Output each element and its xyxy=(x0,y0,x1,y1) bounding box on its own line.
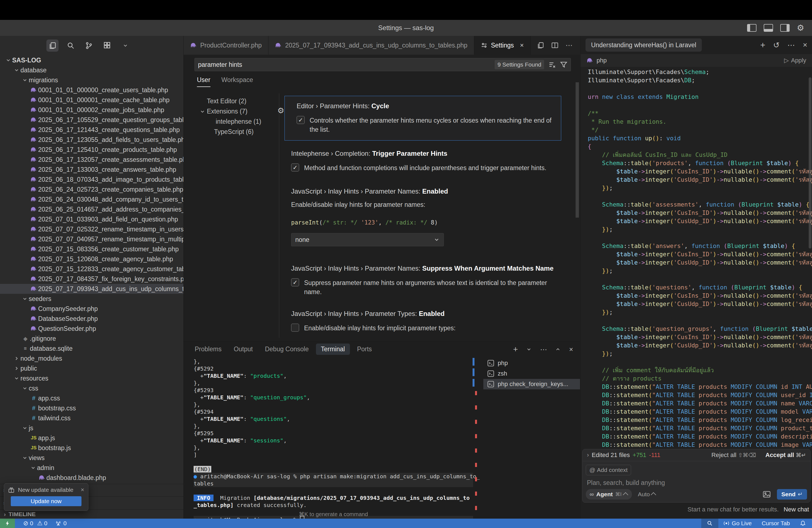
tree-item[interactable]: public xyxy=(0,363,184,373)
tree-item[interactable]: 2025_06_17_121443_create_questions_table… xyxy=(0,125,184,135)
settings-toc-item[interactable]: intelephense (1) xyxy=(184,117,279,127)
chevron-down-icon[interactable] xyxy=(119,40,131,52)
notifications-bell-icon[interactable] xyxy=(795,518,812,528)
go-live-button[interactable]: Go Live xyxy=(719,518,756,528)
terminal-output[interactable]: },{#5292 +"TABLE_NAME": "products",},{#5… xyxy=(193,358,473,523)
close-chat-icon[interactable]: × xyxy=(803,41,807,49)
tree-item[interactable]: CompanySeeder.php xyxy=(0,304,184,314)
tree-item[interactable]: resources xyxy=(0,373,184,383)
checkbox[interactable]: ✓ xyxy=(291,163,299,172)
tree-item[interactable]: ≡database.sqlite xyxy=(0,343,184,353)
maximize-panel-icon[interactable] xyxy=(555,347,561,352)
tree-item[interactable]: database xyxy=(0,65,184,75)
tree-item[interactable]: DatabaseSeeder.php xyxy=(0,314,184,324)
tree-item[interactable]: 2025_07_07_040957_rename_timestamp_in_mu… xyxy=(0,234,184,244)
tree-item[interactable]: 2025_06_17_125410_create_products_table.… xyxy=(0,145,184,155)
tree-item[interactable]: JSbootstrap.js xyxy=(0,443,184,453)
tree-item[interactable]: 2025_06_18_070343_add_image_to_products_… xyxy=(0,175,184,185)
accept-all-button[interactable]: Accept all⌘↵ xyxy=(765,452,806,459)
reject-all-button[interactable]: Reject all⇧⌘⌫ xyxy=(711,452,756,459)
tree-item[interactable]: admin xyxy=(0,463,184,473)
tree-item[interactable]: dashboard.blade.php xyxy=(0,473,184,483)
update-now-button[interactable]: Update now xyxy=(11,496,82,506)
ports-status[interactable]: 0 xyxy=(50,520,72,527)
panel-tab-ports[interactable]: Ports xyxy=(357,346,372,353)
remote-indicator[interactable] xyxy=(0,518,15,528)
terminal-session[interactable]: php check_foreign_keys... xyxy=(483,379,580,390)
tree-item[interactable]: #tailwind.css xyxy=(0,413,184,423)
settings-scope-tab[interactable]: Workspace xyxy=(221,76,253,87)
new-terminal-icon[interactable]: + xyxy=(513,344,518,354)
extensions-icon[interactable] xyxy=(101,40,113,52)
tree-item[interactable]: 2025_07_01_033903_add_field_on_question.… xyxy=(0,214,184,224)
source-control-icon[interactable] xyxy=(83,40,95,52)
tree-item[interactable]: 2025_06_24_025723_create_companies_table… xyxy=(0,185,184,194)
tree-item[interactable]: 2025_06_17_105529_create_question_groups… xyxy=(0,115,184,125)
settings-toc-item[interactable]: Extensions (7) xyxy=(184,106,279,117)
history-icon[interactable]: ↺ xyxy=(773,41,779,50)
chat-input-placeholder[interactable]: Plan, search, build anything xyxy=(587,479,665,487)
problems-status[interactable]: ⊘0 ⚠0 xyxy=(19,520,47,527)
tree-item[interactable]: ◆.gitignore xyxy=(0,334,184,343)
tree-item[interactable]: node_modules xyxy=(0,353,184,363)
checkbox[interactable]: ✓ xyxy=(296,116,305,124)
model-selector[interactable]: Auto xyxy=(638,491,656,498)
files-icon[interactable] xyxy=(46,40,59,52)
chat-code-block[interactable]: Illuminate\Support\Facades\Schema;Illumi… xyxy=(581,67,812,450)
toggle-bottom-panel-icon[interactable] xyxy=(764,24,773,32)
edited-files-bar[interactable]: › Edited 21 files +751 -111 Reject all⇧⌘… xyxy=(582,449,810,461)
agent-mode-selector[interactable]: ∞ Agent ⌘I xyxy=(586,489,632,500)
tree-item[interactable]: migrations xyxy=(0,75,184,85)
tree-item[interactable]: 2025_07_15_122833_create_agency_customer… xyxy=(0,264,184,274)
close-tab-icon[interactable]: × xyxy=(520,41,524,49)
tree-item[interactable]: 2025_07_15_120608_create_agency_table.ph… xyxy=(0,254,184,264)
tree-item[interactable]: 2025_06_17_123055_add_fields_to_users_ta… xyxy=(0,135,184,145)
panel-tab-debug-console[interactable]: Debug Console xyxy=(265,346,309,353)
settings-toc-item[interactable]: TypeScript (6) xyxy=(184,127,279,137)
add-context-chip[interactable]: @ Add context xyxy=(586,465,631,475)
more-actions-icon[interactable]: ⋯ xyxy=(540,346,547,353)
checkbox[interactable]: ✓ xyxy=(291,324,299,332)
panel-tab-problems[interactable]: Problems xyxy=(195,346,221,353)
toggle-left-panel-icon[interactable] xyxy=(747,24,756,32)
tree-item[interactable]: 0001_01_01_000001_create_cache_table.php xyxy=(0,95,184,105)
tree-item[interactable]: 0001_01_01_000000_create_users_table.php xyxy=(0,85,184,95)
tree-item[interactable]: seeders xyxy=(0,294,184,304)
tree-item[interactable]: #bootstrap.css xyxy=(0,403,184,413)
tree-item[interactable]: 2025_07_17_084357_fix_foreign_key_constr… xyxy=(0,274,184,284)
tree-item[interactable]: #app.css xyxy=(0,393,184,403)
clear-filters-icon[interactable] xyxy=(549,61,556,68)
more-icon[interactable]: ⋯ xyxy=(787,41,795,50)
settings-scrollbar[interactable] xyxy=(576,82,579,218)
tree-item[interactable]: views xyxy=(0,453,184,463)
tree-item[interactable]: js xyxy=(0,423,184,433)
setting-dropdown[interactable]: none xyxy=(291,233,444,246)
cursor-tab-toggle[interactable]: Cursor Tab xyxy=(757,518,795,528)
checkbox[interactable]: ✓ xyxy=(291,278,299,287)
panel-tab-terminal[interactable]: Terminal xyxy=(316,343,350,355)
new-chat-icon[interactable]: + xyxy=(760,40,765,50)
chat-tab[interactable]: Understanding whereHas() in Laravel xyxy=(585,39,702,52)
settings-gear-icon[interactable]: ⚙ xyxy=(797,24,804,32)
new-chat-link[interactable]: New chat xyxy=(784,506,809,513)
search-status-segment[interactable] xyxy=(701,518,719,528)
tree-item[interactable]: 2025_07_15_083356_create_customer_table.… xyxy=(0,244,184,254)
tree-item[interactable]: 2025_07_17_093943_add_cus_ins_udp_column… xyxy=(0,284,184,294)
setting-gear-icon[interactable]: ⚙ xyxy=(277,106,284,115)
send-button[interactable]: Send ↵ xyxy=(777,489,807,500)
panel-tab-output[interactable]: Output xyxy=(234,346,253,353)
more-icon[interactable]: ⋯ xyxy=(566,41,573,50)
tree-item[interactable]: 2025_06_17_133003_create_answers_table.p… xyxy=(0,165,184,175)
tree-item[interactable]: JSapp.js xyxy=(0,433,184,443)
tree-item[interactable]: 2025_06_24_030048_add_company_id_to_user… xyxy=(0,194,184,204)
toggle-right-panel-icon[interactable] xyxy=(780,24,789,32)
settings-search-input[interactable]: parameter hints 9 Settings Found xyxy=(194,58,571,71)
search-icon[interactable] xyxy=(64,40,77,52)
editor-tab[interactable]: Settings× xyxy=(474,36,531,55)
tree-item[interactable]: 2025_07_07_025322_rename_timestamp_in_us… xyxy=(0,224,184,234)
tree-item[interactable]: 2025_06_17_132057_create_assessments_tab… xyxy=(0,155,184,165)
editor-tab[interactable]: ProductController.php xyxy=(184,36,269,55)
titlebar[interactable]: Settings — sas-log ⚙ xyxy=(0,20,812,36)
terminal-session[interactable]: zsh xyxy=(483,368,580,379)
terminal-session[interactable]: php xyxy=(483,358,580,368)
